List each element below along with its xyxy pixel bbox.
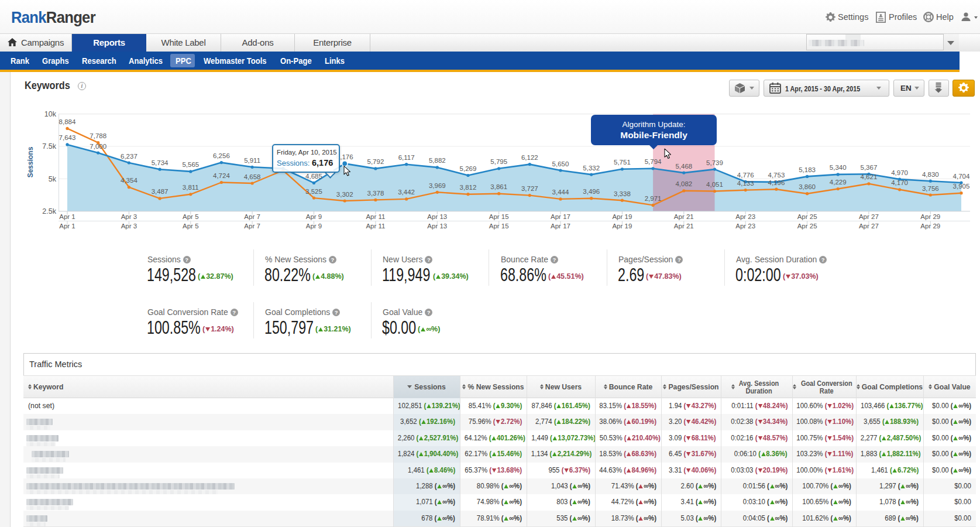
svg-text:4,776: 4,776 <box>737 172 754 179</box>
svg-text:5,734: 5,734 <box>152 159 169 166</box>
svg-text:Apr 15: Apr 15 <box>489 223 509 230</box>
svg-text:6,237: 6,237 <box>121 153 137 160</box>
svg-text:2.5k: 2.5k <box>42 207 56 215</box>
svg-text:Apr 21: Apr 21 <box>674 223 694 230</box>
svg-text:3,861: 3,861 <box>490 183 507 190</box>
svg-text:4,970: 4,970 <box>891 169 908 176</box>
svg-text:5,332: 5,332 <box>583 165 600 172</box>
svg-text:3,378: 3,378 <box>367 190 384 197</box>
svg-text:Apr 13: Apr 13 <box>427 213 447 220</box>
svg-text:10k: 10k <box>44 110 57 118</box>
svg-text:4,621: 4,621 <box>861 173 878 180</box>
svg-text:6,117: 6,117 <box>398 154 415 161</box>
svg-text:3,969: 3,969 <box>429 182 446 189</box>
svg-text:Apr 9: Apr 9 <box>306 213 322 220</box>
svg-text:Apr 15: Apr 15 <box>489 213 509 220</box>
svg-text:4,658: 4,658 <box>244 173 261 180</box>
svg-text:Apr 29: Apr 29 <box>920 213 940 220</box>
svg-text:4,170: 4,170 <box>891 179 908 186</box>
svg-text:4,724: 4,724 <box>213 172 230 179</box>
svg-text:3,811: 3,811 <box>183 184 199 191</box>
svg-text:4,354: 4,354 <box>121 177 137 184</box>
svg-text:5,751: 5,751 <box>614 159 631 166</box>
svg-text:3,905: 3,905 <box>953 183 970 190</box>
svg-text:2,971: 2,971 <box>645 195 662 202</box>
svg-text:Apr 17: Apr 17 <box>551 213 570 220</box>
svg-text:3,525: 3,525 <box>305 188 322 195</box>
svg-text:5,367: 5,367 <box>861 164 878 171</box>
svg-text:Apr 25: Apr 25 <box>797 213 817 220</box>
svg-text:4,229: 4,229 <box>830 179 847 186</box>
svg-text:3,487: 3,487 <box>152 188 169 195</box>
svg-text:Apr 25: Apr 25 <box>797 223 817 230</box>
svg-text:5,792: 5,792 <box>367 158 384 165</box>
svg-text:Apr 9: Apr 9 <box>306 223 322 230</box>
svg-text:4,685: 4,685 <box>305 173 322 180</box>
svg-text:7.5k: 7.5k <box>42 142 56 150</box>
svg-text:3,442: 3,442 <box>398 189 415 196</box>
svg-text:5,183: 5,183 <box>799 166 816 173</box>
svg-text:5,794: 5,794 <box>645 158 662 165</box>
svg-text:4,051: 4,051 <box>706 181 723 188</box>
svg-text:Apr 7: Apr 7 <box>244 223 260 230</box>
svg-text:Apr 11: Apr 11 <box>366 223 385 230</box>
svg-text:3,812: 3,812 <box>460 184 477 191</box>
svg-text:5,269: 5,269 <box>460 165 477 172</box>
svg-text:Apr 17: Apr 17 <box>551 223 570 230</box>
svg-text:3,860: 3,860 <box>799 183 816 190</box>
svg-text:Apr 1: Apr 1 <box>59 213 75 220</box>
svg-text:5,795: 5,795 <box>490 158 507 165</box>
svg-text:Apr 1: Apr 1 <box>59 223 75 230</box>
svg-text:3,338: 3,338 <box>614 190 631 197</box>
svg-text:3,302: 3,302 <box>336 191 353 198</box>
svg-text:5,650: 5,650 <box>552 160 569 167</box>
svg-text:5,340: 5,340 <box>830 164 847 171</box>
svg-text:4,196: 4,196 <box>768 179 785 186</box>
svg-text:3,727: 3,727 <box>521 185 538 192</box>
svg-text:8,884: 8,884 <box>59 118 76 125</box>
svg-text:4,133: 4,133 <box>737 180 754 187</box>
svg-text:Apr 21: Apr 21 <box>674 213 694 220</box>
svg-text:Apr 23: Apr 23 <box>735 223 755 230</box>
svg-text:7,643: 7,643 <box>59 134 76 141</box>
svg-text:Apr 23: Apr 23 <box>735 213 755 220</box>
svg-text:Apr 5: Apr 5 <box>183 223 199 230</box>
svg-text:Apr 7: Apr 7 <box>244 213 260 220</box>
svg-text:4,830: 4,830 <box>922 171 939 178</box>
svg-text:Apr 13: Apr 13 <box>427 223 447 230</box>
svg-text:5,911: 5,911 <box>244 157 260 164</box>
svg-text:5,739: 5,739 <box>706 159 723 166</box>
svg-text:3,496: 3,496 <box>583 188 600 195</box>
svg-text:Apr 27: Apr 27 <box>859 223 879 230</box>
svg-text:Apr 19: Apr 19 <box>612 213 632 220</box>
svg-text:4,082: 4,082 <box>675 180 692 187</box>
svg-text:4,704: 4,704 <box>953 173 970 180</box>
svg-text:5k: 5k <box>49 175 57 183</box>
svg-text:4,753: 4,753 <box>768 172 785 179</box>
svg-text:6,256: 6,256 <box>213 152 230 159</box>
svg-text:Apr 11: Apr 11 <box>366 213 385 220</box>
svg-text:Sessions: Sessions <box>26 146 35 177</box>
svg-text:5,882: 5,882 <box>429 157 446 164</box>
svg-text:7,000: 7,000 <box>90 143 106 150</box>
svg-text:Apr 29: Apr 29 <box>920 223 940 230</box>
svg-text:3,444: 3,444 <box>552 189 569 196</box>
svg-text:5,468: 5,468 <box>675 163 692 170</box>
svg-text:Apr 3: Apr 3 <box>121 223 137 230</box>
svg-text:Apr 27: Apr 27 <box>859 213 879 220</box>
svg-text:3,756: 3,756 <box>922 185 939 192</box>
svg-text:7,788: 7,788 <box>90 132 106 139</box>
svg-text:5,565: 5,565 <box>182 161 199 168</box>
svg-text:Apr 3: Apr 3 <box>121 213 137 220</box>
svg-text:Apr 5: Apr 5 <box>183 213 199 220</box>
svg-text:Apr 19: Apr 19 <box>612 223 632 230</box>
svg-text:6,122: 6,122 <box>521 154 538 161</box>
